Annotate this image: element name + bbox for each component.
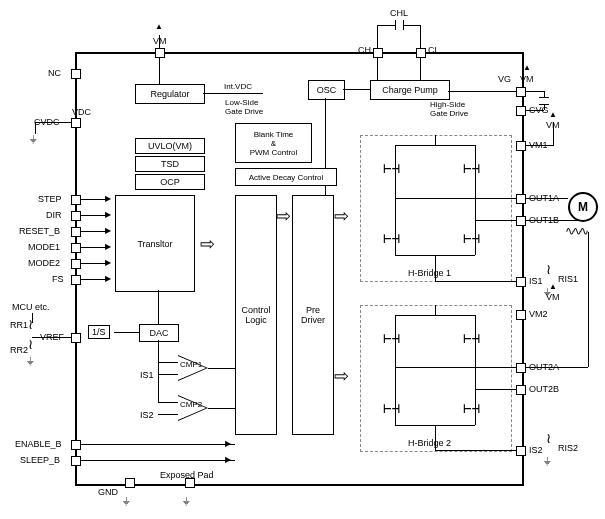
label-low-side: Low-SideGate Drive [225,98,263,116]
pin-enable-b [71,440,81,450]
wire [158,414,178,415]
pin-out2a [516,363,526,373]
gnd-icon: ⏚ [183,494,190,506]
wire [35,122,71,123]
pin-cvdc [71,118,81,128]
label-cmp1: CMP1 [180,360,202,369]
pin-ch [373,48,383,58]
block-uvlo: UVLO(VM) [135,138,205,154]
label-cmp2: CMP2 [180,400,202,409]
wire [158,374,178,375]
mosfet-icon: ⊢⊣ [463,230,480,246]
block-blank-time: Blank Time & PWM Control [235,123,312,163]
arrow-right-icon: ▶ [105,226,111,235]
label-vdc: VDC [72,107,91,117]
pin-mode2 [71,259,81,269]
pin-out1a [516,194,526,204]
wire [208,368,235,369]
label-vm-vg: VM [520,74,534,84]
wire [435,281,516,282]
pin-out2b [516,385,526,395]
resistor-icon: ≀ [28,342,33,347]
label-is1: IS1 [529,276,543,286]
block-regulator: Regulator [135,84,205,104]
label-high-side: High-SideGate Drive [430,100,468,118]
wire [395,198,516,199]
mosfet-icon: ⊢⊣ [463,330,480,346]
wire [158,402,178,403]
label-vm-r2: VM [546,292,560,302]
wire [395,145,396,255]
pin-vm2 [516,310,526,320]
wire [435,305,436,315]
gnd-icon: ⏚ [544,454,551,466]
label-chl: CHL [390,8,408,18]
block-charge-pump: Charge Pump [370,80,450,100]
wire [553,122,554,145]
wire [377,25,395,26]
block-dac: DAC [139,324,179,342]
gnd-icon: ⏚ [27,354,34,366]
wire [420,25,421,48]
arrow-right-icon: ▶ [105,258,111,267]
label-enable-b: ENABLE_B [15,439,62,449]
pin-nc [71,69,81,79]
wire [526,367,588,368]
wire [448,91,516,92]
wire [395,367,516,368]
hbridge2-box [360,305,512,452]
block-control-logic: Control Logic [235,195,277,435]
pin-vref [71,333,81,343]
wire [158,362,159,402]
resistor-icon: ≀ [546,436,551,441]
wire [158,362,178,363]
mosfet-icon: ⊢⊣ [383,400,400,416]
wire [403,25,421,26]
pin-step [71,195,81,205]
label-sleep-b: SLEEP_B [20,455,60,465]
wire [435,255,436,281]
mosfet-icon: ⊢⊣ [383,230,400,246]
motor-label: M [578,200,588,214]
wire [208,408,235,409]
cap-icon: ⏚ [30,132,37,144]
pin-cl [416,48,426,58]
pin-fs [71,275,81,285]
label-ris2: RIS2 [558,443,578,453]
wire [435,425,436,450]
cap-plate [403,20,404,30]
resistor-icon: ≀ [28,322,33,327]
wire [159,58,160,84]
pin-vm1 [516,141,526,151]
label-mode2: MODE2 [28,258,60,268]
block-ocp: OCP [135,174,205,190]
mosfet-icon: ⊢⊣ [463,400,480,416]
wire [526,220,581,221]
mosfet-icon: ⊢⊣ [463,160,480,176]
label-fs: FS [52,274,64,284]
arrow-right-icon: ▶ [105,210,111,219]
hbridge1-box [360,135,512,282]
wire [526,145,554,146]
label-step: STEP [38,194,62,204]
cap-plate [539,97,549,98]
wire [377,25,378,48]
chip-diagram: NC VDC CVDC ⏚ STEP DIR RESET_B MODE1 MOD… [10,10,595,510]
block-osc: OSC [308,80,345,100]
label-is2-cmp: IS2 [140,410,154,420]
cap-plate [539,104,549,105]
pin-mode1 [71,243,81,253]
arrow-icon: ⇨ [334,205,349,227]
arrow-up-icon: ▲ [155,22,163,31]
arrow-right-icon: ▶ [105,194,111,203]
label-is2: IS2 [529,445,543,455]
arrow-icon: ⇨ [334,365,349,387]
one-over-s: 1/S [88,325,110,339]
resistor-icon: ≀ [546,267,551,272]
arrow-icon: ⇨ [276,205,291,227]
wire [435,450,516,451]
wire [475,220,516,221]
wire [588,232,589,367]
label-hbridge1: H-Bridge 1 [408,268,451,278]
block-transltor: Transltor [115,195,195,292]
